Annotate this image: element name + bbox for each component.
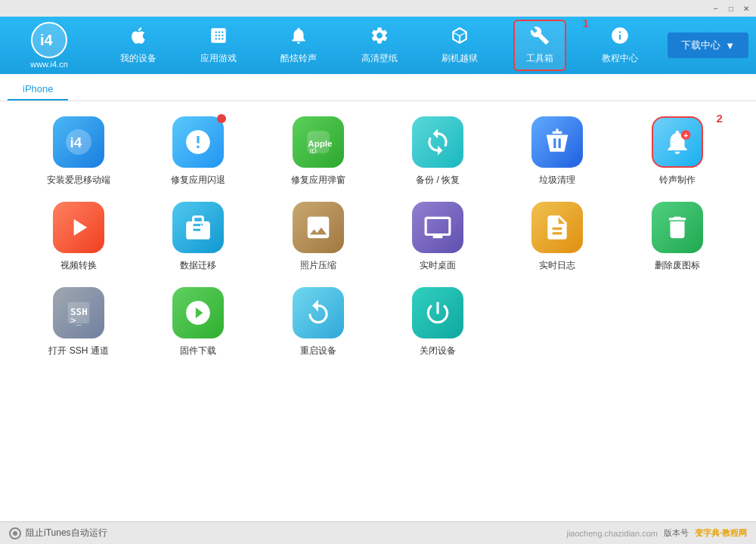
tool-fix-app-popup[interactable]: AppleID 修复应用弹窗: [262, 116, 374, 187]
tool-delete-junk-icon[interactable]: 删除废图标: [621, 202, 733, 272]
tool-label-backup-restore: 备份 / 恢复: [416, 174, 460, 187]
status-bar: 阻止iTunes自动运行 jiaocheng.chazidian.com 版本号…: [0, 521, 756, 544]
tool-video-convert[interactable]: 视频转换: [23, 202, 135, 272]
nav-tutorial-label: 教程中心: [602, 52, 638, 65]
tool-grid: i4 安装爱思移动端 修复应用闪退 AppleID 修复应用弹窗 备份 / 恢复: [23, 116, 733, 357]
tool-label-delete-junk-icon: 删除废图标: [655, 259, 700, 272]
sub-header: iPhone: [0, 74, 756, 101]
svg-text:+: +: [683, 131, 689, 140]
status-left: 阻止iTunes自动运行: [9, 527, 107, 539]
info-nav-icon: [610, 26, 630, 50]
tool-label-realtime-log: 实时日志: [539, 259, 575, 272]
svg-text:i4: i4: [40, 32, 54, 48]
status-right: jiaocheng.chazidian.com 版本号 变字典·教程网: [566, 527, 747, 539]
i4-icon: i4: [53, 116, 104, 168]
tool-open-ssh[interactable]: SSH>_ 打开 SSH 通道: [23, 287, 135, 357]
nav-ringtone-label: 酷炫铃声: [280, 52, 317, 65]
step-2-label: 2: [716, 112, 722, 125]
nav-my-device[interactable]: 我的设备: [112, 21, 165, 70]
migrate: [172, 202, 224, 253]
apple-id: AppleID: [293, 116, 344, 168]
badge-dot: [217, 114, 226, 123]
tool-fix-app-crash[interactable]: 修复应用闪退: [142, 116, 254, 187]
nav-tutorial[interactable]: 教程中心: [593, 21, 646, 70]
delete-icon: [652, 202, 703, 253]
tool-firmware-download[interactable]: 固件下载: [142, 287, 254, 357]
svg-text:ID: ID: [309, 147, 317, 155]
tool-label-reset-device: 重启设备: [300, 345, 336, 357]
tool-label-ringtone-make: 铃声制作: [659, 174, 696, 187]
status-itunes-text: 阻止iTunes自动运行: [26, 527, 107, 539]
tool-label-shutdown-device: 关闭设备: [420, 345, 456, 357]
trash: [531, 116, 583, 168]
download-btn-label: 下载中心: [681, 39, 720, 52]
svg-text:i4: i4: [70, 134, 82, 150]
nav-toolbox[interactable]: 1 工具箱: [513, 20, 566, 71]
fix-app: [172, 116, 224, 168]
iphone-tab-label: iPhone: [23, 83, 53, 94]
iphone-tab[interactable]: iPhone: [8, 79, 68, 100]
apple-icon: [129, 26, 148, 50]
nav-ringtone[interactable]: 酷炫铃声: [272, 21, 325, 70]
watermark-url: jiaocheng.chazidian.com: [566, 529, 657, 538]
tool-label-photo-compress: 照片压缩: [300, 259, 336, 272]
tool-label-trash-clean: 垃圾清理: [539, 174, 575, 187]
nav-wallpaper[interactable]: 高清壁纸: [353, 21, 406, 70]
logo-icon: i4: [31, 22, 67, 58]
status-circle-icon: [9, 527, 21, 539]
close-btn[interactable]: ✕: [739, 3, 753, 14]
title-bar: − □ ✕: [0, 0, 756, 17]
nav-wallpaper-label: 高清壁纸: [361, 52, 398, 65]
tool-reset-device[interactable]: 重启设备: [262, 287, 374, 357]
download-btn[interactable]: 下载中心 ▼: [668, 32, 748, 58]
tool-realtime-log[interactable]: 实时日志: [501, 202, 613, 272]
nav-my-device-label: 我的设备: [120, 52, 156, 65]
tool-trash-clean[interactable]: 垃圾清理: [501, 116, 613, 187]
firmware: [172, 287, 224, 338]
tool-install-i4[interactable]: i4 安装爱思移动端: [23, 116, 135, 187]
bell-nav-icon: [289, 26, 308, 50]
app-store-icon: [209, 26, 228, 50]
tool-label-install-i4: 安装爱思移动端: [47, 174, 110, 187]
download-arrow-icon: ▼: [725, 40, 735, 51]
header: i4 www.i4.cn 我的设备 应用游戏: [0, 17, 756, 74]
tool-label-fix-app-popup: 修复应用弹窗: [291, 174, 345, 187]
step-1-label: 1: [583, 17, 589, 29]
desktop: [412, 202, 463, 253]
tool-backup-restore[interactable]: 备份 / 恢复: [382, 116, 494, 187]
settings-nav-icon: [370, 26, 389, 50]
tool-label-fix-app-crash: 修复应用闪退: [171, 174, 225, 187]
nav-app-games[interactable]: 应用游戏: [192, 21, 245, 70]
tool-ringtone-make[interactable]: + 2 铃声制作: [621, 116, 733, 187]
tool-shutdown-device[interactable]: 关闭设备: [382, 287, 494, 357]
reset: [293, 287, 344, 338]
photo: [293, 202, 344, 253]
svg-point-11: [13, 531, 17, 536]
tool-photo-compress[interactable]: 照片压缩: [262, 202, 374, 272]
logo-area[interactable]: i4 www.i4.cn: [8, 22, 91, 69]
tool-realtime-desktop[interactable]: 实时桌面: [382, 202, 494, 272]
ssh: SSH>_: [53, 287, 104, 338]
tool-label-open-ssh: 打开 SSH 通道: [48, 345, 108, 357]
shutdown: [412, 287, 463, 338]
nav-jailbreak[interactable]: 刷机越狱: [433, 21, 486, 70]
nav-items: 我的设备 应用游戏 酷炫铃声: [91, 20, 668, 71]
box-nav-icon: [450, 26, 469, 50]
nav-jailbreak-label: 刷机越狱: [442, 52, 478, 65]
nav-app-games-label: 应用游戏: [200, 52, 237, 65]
tool-label-video-convert: 视频转换: [60, 259, 97, 272]
tool-label-firmware-download: 固件下载: [180, 345, 216, 357]
minimize-btn[interactable]: −: [709, 3, 723, 14]
backup: [412, 116, 463, 168]
video: [53, 202, 104, 253]
main-content: i4 安装爱思移动端 修复应用闪退 AppleID 修复应用弹窗 备份 / 恢复: [0, 101, 756, 521]
tool-label-data-migrate: 数据迁移: [180, 259, 216, 272]
nav-toolbox-label: 工具箱: [526, 52, 553, 65]
version-label: 版本号: [664, 527, 689, 539]
tool-data-migrate[interactable]: 数据迁移: [142, 202, 254, 272]
log: [531, 202, 583, 253]
maximize-btn[interactable]: □: [724, 3, 738, 14]
svg-text:>_: >_: [70, 314, 82, 326]
tool-label-realtime-desktop: 实时桌面: [420, 259, 456, 272]
ringtone: + 2: [652, 116, 703, 168]
